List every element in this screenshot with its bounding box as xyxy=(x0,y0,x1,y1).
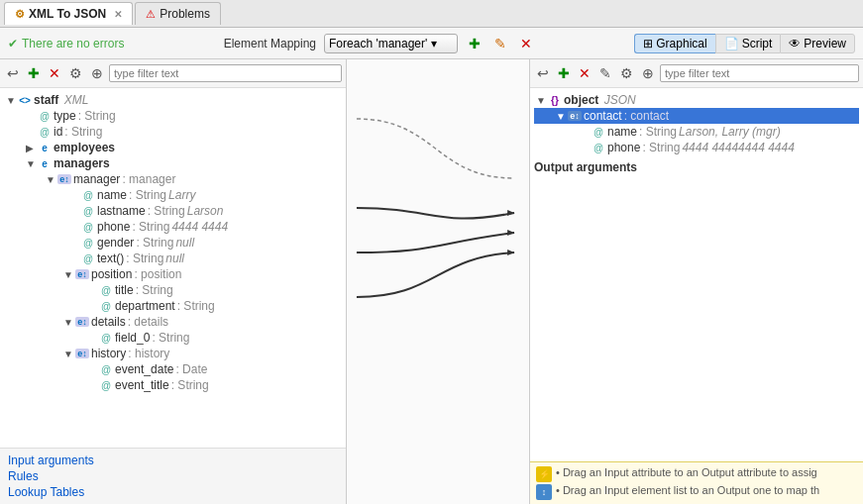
hint-bar: ⚡ • Drag an Input attribute to an Output… xyxy=(530,461,863,504)
right-panel: ↩ ✚ ✕ ✎ ⚙ ⊕ ▼ {} object JSON ▼ e↕ conta xyxy=(530,59,863,504)
list-item: ▼ e↕ details : details xyxy=(4,314,342,330)
expand-arrow[interactable]: ▼ xyxy=(63,269,73,280)
status-text: There are no errors xyxy=(8,37,124,50)
rules-link[interactable]: Rules xyxy=(8,468,338,484)
tab-bar: ⚙ XML To JSON ✕ ⚠ Problems xyxy=(0,0,863,28)
right-delete-btn[interactable]: ✕ xyxy=(576,63,593,83)
list-item: ▶ e employees xyxy=(4,140,342,155)
left-delete-btn[interactable]: ✕ xyxy=(46,63,63,83)
list-item: @ type : String xyxy=(4,108,342,124)
expand-arrow[interactable]: ▼ xyxy=(63,349,73,359)
add-mapping-btn[interactable]: ✚ xyxy=(466,34,484,53)
elem-icon: e xyxy=(38,143,52,153)
left-settings-btn[interactable]: ⚙ xyxy=(66,63,85,83)
right-edit-btn[interactable]: ✎ xyxy=(596,63,614,83)
expand-arrow[interactable]: ▼ xyxy=(536,95,546,106)
attr-icon: @ xyxy=(38,111,52,122)
expand-arrow[interactable]: ▼ xyxy=(556,111,566,122)
left-tool-arrow[interactable]: ↩ xyxy=(4,63,22,83)
script-icon: 📄 xyxy=(724,37,739,50)
input-arguments-link[interactable]: Input arguments xyxy=(8,453,338,468)
tab-problems-label: Problems xyxy=(160,7,210,21)
middle-panel xyxy=(347,59,530,504)
left-filter-input[interactable] xyxy=(109,64,342,82)
list-item: @ phone : String 4444 44444444 4444 xyxy=(534,140,859,155)
svg-marker-0 xyxy=(507,210,514,216)
hint-text-2: • Drag an Input element list to an Outpu… xyxy=(556,484,819,496)
output-arguments: Output arguments xyxy=(534,159,859,175)
mapping-label: Element Mapping xyxy=(224,37,316,50)
list-item: @ name : String Larry xyxy=(4,187,342,203)
right-settings-btn[interactable]: ⚙ xyxy=(617,63,636,83)
view-graphical-btn[interactable]: ⊞ Graphical xyxy=(634,34,714,53)
edit-mapping-btn[interactable]: ✎ xyxy=(491,34,509,53)
attr-icon: @ xyxy=(592,127,605,138)
list-item: @ name : String Larson, Larry (mgr) xyxy=(534,124,859,140)
view-preview-btn[interactable]: 👁 Preview xyxy=(780,34,855,53)
expand-arrow[interactable]: ▼ xyxy=(63,317,73,328)
hint-info-icon: ↕ xyxy=(536,484,552,500)
delete-mapping-btn[interactable]: ✕ xyxy=(517,34,535,53)
right-filter-btn[interactable]: ⊕ xyxy=(639,63,657,83)
list-item: ▼ {} object JSON xyxy=(534,92,859,108)
main-area: ↩ ✚ ✕ ⚙ ⊕ ▼ <> staff XML @ type : xyxy=(0,59,863,504)
list-item: @ title : String xyxy=(4,282,342,298)
left-add-btn[interactable]: ✚ xyxy=(25,63,43,83)
svg-marker-2 xyxy=(507,250,514,255)
expand-arrow[interactable]: ▶ xyxy=(26,143,36,153)
attr-icon: @ xyxy=(81,222,95,233)
list-item: @ text() : String null xyxy=(4,251,342,266)
list-item: @ id : String xyxy=(4,124,342,140)
list-item: ▼ e↕ history : history xyxy=(4,346,342,361)
left-filter-btn[interactable]: ⊕ xyxy=(88,63,106,83)
list-item: ▼ <> staff XML xyxy=(4,92,342,108)
list-item: @ phone : String 4444 4444 xyxy=(4,219,342,235)
mapping-select[interactable]: Foreach 'manager' ▾ xyxy=(324,34,458,53)
json-icon: {} xyxy=(548,95,562,106)
tab-xml-json-close[interactable]: ✕ xyxy=(114,9,122,20)
attr-icon: @ xyxy=(592,143,605,153)
elem-list-icon: e↕ xyxy=(75,349,89,358)
list-item: ▼ e↕ contact : contact xyxy=(534,108,859,124)
mapping-lines xyxy=(347,59,529,504)
expand-arrow[interactable]: ▼ xyxy=(46,174,55,185)
left-bottom-links: Input arguments Rules Lookup Tables xyxy=(0,448,346,504)
hint-warning-icon: ⚡ xyxy=(536,466,552,482)
problems-icon: ⚠ xyxy=(146,8,156,21)
list-item: ▼ e↕ manager : manager xyxy=(4,171,342,187)
right-filter-input[interactable] xyxy=(660,64,859,82)
list-item: @ lastname : String Larson xyxy=(4,203,342,219)
expand-arrow[interactable]: ▼ xyxy=(26,158,36,169)
right-tool-arrow[interactable]: ↩ xyxy=(534,63,552,83)
left-tree-area: ▼ <> staff XML @ type : String @ id : St xyxy=(0,88,346,448)
list-item: @ department : String xyxy=(4,298,342,314)
tab-xml-json[interactable]: ⚙ XML To JSON ✕ xyxy=(4,2,133,25)
lookup-tables-link[interactable]: Lookup Tables xyxy=(8,484,338,500)
preview-label: Preview xyxy=(804,37,846,50)
attr-icon: @ xyxy=(81,206,95,217)
expand-arrow[interactable]: ▼ xyxy=(6,95,16,106)
attr-icon: @ xyxy=(81,253,95,264)
list-item: ▼ e↕ position : position xyxy=(4,266,342,282)
attr-icon: @ xyxy=(99,380,113,391)
list-item: @ gender : String null xyxy=(4,235,342,251)
script-label: Script xyxy=(742,37,773,50)
graphical-icon: ⊞ xyxy=(643,37,653,50)
elem-list-icon: e↕ xyxy=(57,174,71,184)
right-add-btn[interactable]: ✚ xyxy=(555,63,573,83)
attr-icon: @ xyxy=(99,364,113,375)
hint-row-1: ⚡ • Drag an Input attribute to an Output… xyxy=(536,466,857,482)
mapping-dropdown[interactable]: Foreach 'manager' ▾ xyxy=(324,34,458,53)
attr-icon: @ xyxy=(99,301,113,312)
left-panel-toolbar: ↩ ✚ ✕ ⚙ ⊕ xyxy=(0,59,346,88)
top-toolbar: There are no errors Element Mapping Fore… xyxy=(0,28,863,59)
graphical-label: Graphical xyxy=(656,37,706,50)
tab-problems[interactable]: ⚠ Problems xyxy=(135,2,221,25)
view-tabs: ⊞ Graphical 📄 Script 👁 Preview xyxy=(634,34,855,53)
list-item: @ event_title : String xyxy=(4,377,342,393)
view-script-btn[interactable]: 📄 Script xyxy=(715,34,781,53)
attr-icon: @ xyxy=(38,127,52,138)
attr-icon: @ xyxy=(81,238,95,249)
hint-text-1: • Drag an Input attribute to an Output a… xyxy=(556,466,817,478)
preview-icon: 👁 xyxy=(789,37,801,50)
